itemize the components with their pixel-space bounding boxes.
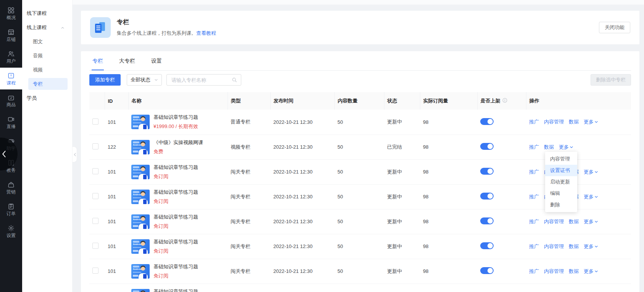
view-tutorial-link[interactable]: 查看教程: [196, 30, 216, 36]
close-feature-button[interactable]: 关闭功能: [599, 22, 630, 33]
tab-big-column[interactable]: 大专栏: [118, 51, 136, 70]
course-price: 免订阅: [153, 223, 198, 230]
action-more[interactable]: 更多: [584, 169, 598, 175]
menu-item-content-manage[interactable]: 内容管理: [545, 153, 577, 165]
delete-selected-button[interactable]: 删除选中专栏: [591, 74, 631, 86]
action-content-manage[interactable]: 内容管理: [544, 119, 564, 125]
sidebar-item-video[interactable]: 视频: [22, 63, 72, 77]
sidebar-item-courses[interactable]: 课程: [0, 68, 22, 89]
status-filter-select[interactable]: 全部状态: [127, 74, 162, 86]
sidebar-item-goods[interactable]: 商品: [0, 89, 22, 111]
action-more[interactable]: 更多: [584, 243, 598, 249]
sidebar-item-label: 设置: [6, 233, 16, 238]
cell-publish-time: 2022-10-21 12:30: [270, 259, 334, 284]
action-promote[interactable]: 推广: [529, 194, 539, 200]
action-more[interactable]: 更多: [584, 119, 598, 125]
tab-settings[interactable]: 设置: [150, 51, 163, 70]
add-column-button[interactable]: 添加专栏: [89, 74, 121, 86]
column-header-label: 操作: [529, 97, 539, 104]
menu-item-set-certificate[interactable]: 设置证书: [545, 165, 577, 176]
sidebar-item-settings[interactable]: 设置: [0, 220, 22, 242]
more-dropdown-menu: 内容管理设置证书启动更新编辑删除: [545, 152, 577, 212]
action-promote[interactable]: 推广: [529, 119, 539, 125]
action-data[interactable]: 数据: [569, 243, 579, 249]
gear-icon: [7, 224, 15, 232]
course-thumbnail: Android: [131, 140, 150, 154]
column-feature-icon: [90, 17, 111, 38]
sidebar-item-students[interactable]: 学员: [22, 91, 72, 105]
column-header-label: 是否上架: [481, 97, 500, 104]
sidebar-item-label: 概况: [6, 15, 16, 20]
action-promote[interactable]: 推广: [529, 268, 539, 274]
submenu-item-label: 线下课程: [27, 10, 47, 17]
action-more[interactable]: 更多: [584, 268, 598, 274]
action-promote[interactable]: 推广: [529, 144, 539, 150]
cell-subscriptions: 98: [420, 184, 477, 209]
column-header-content-count: 内容数量: [334, 92, 384, 110]
sidebar-item-online-courses[interactable]: 线上课程: [22, 20, 72, 34]
table-row: 101Android基础知识章节练习题免订阅闯关专栏2022-10-21 12:…: [89, 234, 631, 259]
sidebar-item-offline-courses[interactable]: 线下课程: [22, 6, 72, 20]
publish-toggle[interactable]: [480, 143, 494, 150]
row-checkbox[interactable]: [92, 193, 98, 199]
column-header-label: 实际订阅量: [423, 97, 448, 104]
sidebar-item-audio[interactable]: 音频: [22, 49, 72, 63]
submenu-item-label: 图文: [33, 38, 43, 45]
publish-toggle[interactable]: [480, 217, 494, 224]
cell-content-count: 50: [334, 234, 384, 259]
action-data[interactable]: 数据: [569, 119, 579, 125]
action-content-manage[interactable]: 内容管理: [544, 219, 564, 224]
publish-toggle[interactable]: [480, 168, 494, 175]
sidebar-item-shop[interactable]: 店铺: [0, 24, 22, 46]
menu-item-edit[interactable]: 编辑: [545, 188, 577, 199]
action-promote[interactable]: 推广: [529, 219, 539, 224]
cell-actions: 推广内容管理数据更多: [526, 284, 631, 292]
sidebar-item-overview[interactable]: 概况: [0, 2, 22, 24]
submenu-collapse-handle[interactable]: [73, 146, 77, 162]
cell-name: Android基础知识章节练习题¥1999.00 / 长期有效: [128, 110, 228, 135]
action-more[interactable]: 更多: [584, 194, 598, 200]
action-content-manage[interactable]: 内容管理: [544, 268, 564, 274]
sidebar-item-marketing[interactable]: 营销: [0, 177, 22, 198]
publish-toggle[interactable]: [480, 118, 494, 125]
tab-column[interactable]: 专栏: [92, 51, 104, 70]
sidebar-item-graphic[interactable]: 图文: [22, 34, 72, 49]
action-data[interactable]: 数据: [569, 268, 579, 274]
search-input[interactable]: [171, 77, 232, 83]
info-icon[interactable]: [502, 98, 507, 104]
publish-toggle[interactable]: [480, 193, 494, 200]
row-checkbox[interactable]: [92, 218, 98, 224]
cell-publish-time: 2022-10-21 12:30: [270, 184, 334, 209]
row-checkbox[interactable]: [92, 168, 98, 174]
cell-content-count: 50: [334, 110, 384, 135]
sidebar-item-live[interactable]: 直播: [0, 111, 22, 133]
cell-status: 更新中: [384, 284, 420, 292]
sidebar-item-users[interactable]: 用户: [0, 46, 22, 68]
cell-on-shelf: [477, 184, 526, 209]
cell-select: [89, 135, 105, 159]
action-more[interactable]: 更多: [559, 144, 573, 150]
publish-toggle[interactable]: [480, 242, 494, 249]
action-more[interactable]: 更多: [584, 219, 598, 224]
row-checkbox[interactable]: [92, 143, 98, 149]
action-content-manage[interactable]: 内容管理: [544, 243, 564, 249]
course-thumbnail: Android: [131, 165, 150, 179]
menu-item-delete[interactable]: 删除: [545, 199, 577, 211]
menu-item-start-update[interactable]: 启动更新: [545, 176, 577, 188]
action-data[interactable]: 数据: [569, 219, 579, 224]
action-data[interactable]: 数据: [544, 144, 554, 150]
course-name: 基础知识章节练习题: [153, 214, 198, 221]
cell-actions: 推广数据更多: [526, 135, 631, 159]
store-icon: [7, 28, 15, 36]
row-checkbox[interactable]: [92, 118, 98, 125]
row-checkbox[interactable]: [92, 243, 98, 249]
page-title: 专栏: [117, 18, 216, 26]
sidebar-item-column[interactable]: 专栏: [28, 78, 68, 90]
action-promote[interactable]: 推广: [529, 169, 539, 175]
chevron-left-icon: [2, 150, 6, 158]
cell-publish-time: 2022-10-21 12:30: [270, 209, 334, 234]
sidebar-item-orders[interactable]: 订单: [0, 198, 22, 220]
publish-toggle[interactable]: [480, 267, 494, 274]
row-checkbox[interactable]: [92, 268, 98, 274]
action-promote[interactable]: 推广: [529, 243, 539, 249]
